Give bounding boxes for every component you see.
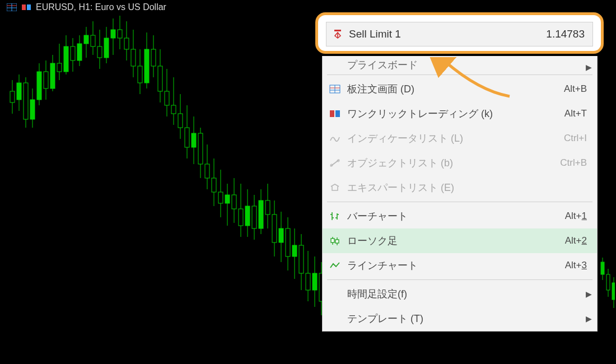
dom-icon bbox=[323, 85, 347, 94]
bar-icon bbox=[323, 211, 347, 221]
svg-rect-111 bbox=[330, 110, 334, 117]
menu-label: ローソク足 bbox=[347, 234, 536, 248]
sell-limit-row[interactable]: Sell Limit 1 1.14783 bbox=[326, 22, 593, 46]
svg-rect-67 bbox=[212, 178, 216, 192]
svg-rect-19 bbox=[50, 63, 55, 88]
menu-label: ワンクリックトレーディング (k) bbox=[347, 107, 536, 120]
submenu-arrow-icon: ▶ bbox=[580, 63, 597, 72]
svg-rect-65 bbox=[205, 164, 209, 178]
svg-rect-27 bbox=[77, 44, 82, 60]
menu-label: インディケータリスト (L) bbox=[347, 132, 536, 145]
svg-rect-23 bbox=[64, 46, 68, 72]
svg-rect-53 bbox=[165, 91, 169, 105]
svg-rect-51 bbox=[158, 66, 162, 91]
menu-label: テンプレート (T) bbox=[347, 312, 580, 325]
menu-label: 時間足設定(f) bbox=[347, 287, 580, 301]
line-icon bbox=[323, 261, 347, 270]
oneclick-icon bbox=[21, 3, 31, 11]
menu-item-priceboard-truncated[interactable]: プライスボード ▶ bbox=[323, 56, 597, 73]
candle-icon bbox=[323, 236, 347, 246]
svg-rect-93 bbox=[299, 245, 304, 273]
sell-limit-price: 1.14783 bbox=[546, 28, 592, 40]
menu-label: オブジェクトリスト (b) bbox=[347, 156, 536, 170]
svg-rect-75 bbox=[239, 209, 243, 226]
menu-item-indicator[interactable]: インディケータリスト (L)Ctrl+I bbox=[323, 126, 597, 151]
oneclick-icon bbox=[323, 109, 347, 118]
svg-rect-33 bbox=[97, 46, 102, 58]
svg-rect-43 bbox=[131, 49, 136, 66]
svg-rect-29 bbox=[84, 35, 88, 44]
symbol-title: EURUSD, H1: Euro vs US Dollar bbox=[36, 2, 166, 12]
svg-rect-13 bbox=[30, 100, 35, 119]
chart-header: EURUSD, H1: Euro vs US Dollar bbox=[7, 2, 166, 12]
svg-rect-63 bbox=[198, 133, 203, 164]
svg-rect-106 bbox=[334, 30, 341, 31]
svg-rect-69 bbox=[218, 192, 223, 203]
svg-rect-49 bbox=[151, 49, 156, 66]
menu-item-sub[interactable]: 時間足設定(f)▶ bbox=[323, 282, 597, 306]
menu-item-line[interactable]: ラインチャートAlt+3 bbox=[323, 253, 597, 278]
svg-rect-37 bbox=[111, 30, 115, 38]
svg-rect-55 bbox=[171, 105, 176, 114]
svg-rect-45 bbox=[138, 66, 142, 83]
svg-rect-95 bbox=[306, 273, 310, 290]
menu-item-candle[interactable]: ローソク足Alt+2 bbox=[323, 228, 597, 253]
svg-rect-79 bbox=[252, 206, 256, 228]
svg-rect-73 bbox=[232, 195, 236, 209]
svg-rect-124 bbox=[335, 240, 339, 243]
menu-item-dom[interactable]: 板注文画面 (D)Alt+B bbox=[323, 77, 597, 101]
svg-rect-31 bbox=[91, 35, 95, 46]
svg-rect-7 bbox=[10, 91, 15, 102]
menu-item-oneclick[interactable]: ワンクリックトレーディング (k)Alt+T bbox=[323, 101, 597, 126]
menu-label: 板注文画面 (D) bbox=[347, 82, 536, 96]
svg-rect-112 bbox=[335, 110, 340, 117]
svg-rect-21 bbox=[57, 63, 62, 72]
svg-rect-89 bbox=[286, 228, 290, 256]
svg-rect-71 bbox=[225, 195, 230, 203]
svg-rect-5 bbox=[27, 4, 31, 10]
svg-rect-41 bbox=[124, 38, 129, 49]
menu-hotkey: Alt+2 bbox=[536, 235, 597, 246]
menu-item-bar[interactable]: バーチャートAlt+1 bbox=[323, 204, 597, 228]
svg-rect-25 bbox=[71, 46, 75, 60]
menu-hotkey: Ctrl+B bbox=[536, 157, 597, 169]
sell-limit-highlight: Sell Limit 1 1.14783 bbox=[315, 12, 604, 54]
menu-hotkey: Alt+B bbox=[536, 83, 597, 95]
menu-item-objects[interactable]: オブジェクトリスト (b)Ctrl+B bbox=[323, 151, 597, 175]
menu-hotkey: Ctrl+I bbox=[536, 133, 597, 144]
svg-rect-105 bbox=[612, 283, 615, 300]
svg-rect-83 bbox=[265, 200, 270, 214]
menu-label: エキスパートリスト (E) bbox=[347, 181, 536, 194]
menu-item-expert[interactable]: エキスパートリスト (E) bbox=[323, 175, 597, 200]
indicator-icon bbox=[323, 134, 347, 143]
svg-rect-57 bbox=[178, 114, 183, 128]
sell-limit-label: Sell Limit 1 bbox=[349, 28, 546, 40]
svg-rect-59 bbox=[185, 128, 189, 147]
svg-rect-87 bbox=[279, 228, 283, 242]
context-menu: プライスボード ▶ 板注文画面 (D)Alt+Bワンクリックトレーディング (k… bbox=[322, 56, 598, 332]
svg-rect-97 bbox=[312, 273, 317, 290]
dom-icon bbox=[7, 3, 17, 11]
submenu-arrow-icon: ▶ bbox=[580, 290, 597, 298]
menu-label: ラインチャート bbox=[347, 259, 536, 272]
svg-rect-9 bbox=[17, 83, 21, 100]
svg-rect-35 bbox=[104, 38, 109, 58]
svg-rect-61 bbox=[192, 133, 196, 147]
menu-hotkey: Alt+T bbox=[536, 108, 597, 119]
svg-rect-47 bbox=[144, 49, 149, 83]
svg-rect-15 bbox=[37, 72, 41, 100]
svg-rect-81 bbox=[259, 200, 263, 228]
svg-rect-77 bbox=[245, 206, 250, 226]
svg-rect-4 bbox=[22, 4, 26, 10]
menu-label: バーチャート bbox=[347, 209, 536, 223]
menu-item-sub[interactable]: テンプレート (T)▶ bbox=[323, 306, 597, 331]
svg-rect-101 bbox=[601, 262, 604, 274]
objects-icon bbox=[323, 158, 347, 167]
chart-right-candles bbox=[599, 258, 615, 325]
svg-rect-17 bbox=[44, 72, 48, 88]
expert-icon bbox=[323, 183, 347, 192]
submenu-arrow-icon: ▶ bbox=[580, 314, 597, 323]
svg-rect-103 bbox=[606, 274, 610, 290]
menu-hotkey: Alt+3 bbox=[536, 260, 597, 271]
svg-rect-11 bbox=[24, 83, 28, 119]
